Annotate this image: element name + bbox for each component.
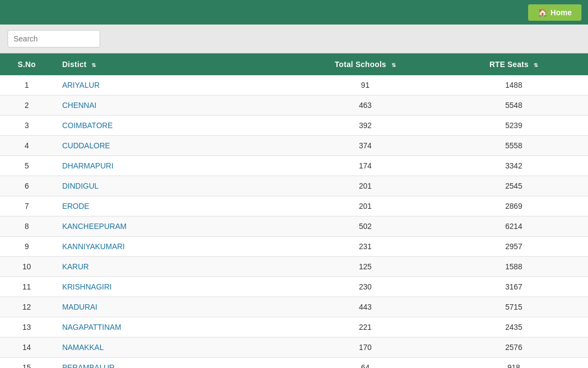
cell-district[interactable]: KARUR xyxy=(53,257,291,277)
cell-sno: 15 xyxy=(0,358,53,369)
table-row: 10KARUR1251588 xyxy=(0,257,588,277)
cell-district[interactable]: CUDDALORE xyxy=(53,136,291,156)
cell-sno: 5 xyxy=(0,156,53,176)
table-row: 8KANCHEEPURAM5026214 xyxy=(0,216,588,237)
cell-total-schools: 91 xyxy=(291,75,440,95)
cell-rte-seats: 2545 xyxy=(439,176,588,196)
cell-rte-seats: 3167 xyxy=(439,277,588,297)
table-container: S.No Distict ⇅ Total Schools ⇅ RTE Seats… xyxy=(0,53,588,368)
col-schools-label: Total Schools xyxy=(335,60,387,69)
cell-sno: 14 xyxy=(0,337,53,358)
cell-district[interactable]: CHENNAI xyxy=(53,95,291,116)
cell-district[interactable]: ERODE xyxy=(53,196,291,216)
cell-sno: 4 xyxy=(0,136,53,156)
table-row: 1ARIYALUR911488 xyxy=(0,75,588,95)
cell-total-schools: 201 xyxy=(291,196,440,216)
home-button[interactable]: 🏠 Home xyxy=(528,4,581,21)
cell-sno: 11 xyxy=(0,277,53,297)
sort-district-icon: ⇅ xyxy=(91,62,96,68)
cell-district[interactable]: DINDIGUL xyxy=(53,176,291,196)
data-table: S.No Distict ⇅ Total Schools ⇅ RTE Seats… xyxy=(0,53,588,368)
table-row: 13NAGAPATTINAM2212435 xyxy=(0,317,588,337)
cell-sno: 6 xyxy=(0,176,53,196)
table-body: 1ARIYALUR9114882CHENNAI46355483COIMBATOR… xyxy=(0,75,588,368)
table-row: 6DINDIGUL2012545 xyxy=(0,176,588,196)
top-nav: 🏠 Home xyxy=(0,0,588,25)
cell-rte-seats: 5715 xyxy=(439,297,588,317)
header-row: S.No Distict ⇅ Total Schools ⇅ RTE Seats… xyxy=(0,53,588,75)
cell-sno: 1 xyxy=(0,75,53,95)
col-schools[interactable]: Total Schools ⇅ xyxy=(291,53,440,75)
cell-total-schools: 231 xyxy=(291,237,440,257)
cell-total-schools: 463 xyxy=(291,95,440,116)
cell-sno: 8 xyxy=(0,216,53,237)
table-row: 14NAMAKKAL1702576 xyxy=(0,337,588,358)
table-row: 3COIMBATORE3925239 xyxy=(0,116,588,136)
cell-total-schools: 174 xyxy=(291,156,440,176)
table-row: 11KRISHNAGIRI2303167 xyxy=(0,277,588,297)
cell-district[interactable]: COIMBATORE xyxy=(53,116,291,136)
cell-rte-seats: 2435 xyxy=(439,317,588,337)
cell-rte-seats: 6214 xyxy=(439,216,588,237)
cell-district[interactable]: NAGAPATTINAM xyxy=(53,317,291,337)
cell-total-schools: 392 xyxy=(291,116,440,136)
col-district[interactable]: Distict ⇅ xyxy=(53,53,291,75)
search-area xyxy=(0,25,588,53)
cell-district[interactable]: MADURAI xyxy=(53,297,291,317)
cell-total-schools: 170 xyxy=(291,337,440,358)
table-row: 5DHARMAPURI1743342 xyxy=(0,156,588,176)
cell-rte-seats: 1588 xyxy=(439,257,588,277)
cell-district[interactable]: KRISHNAGIRI xyxy=(53,277,291,297)
cell-rte-seats: 918 xyxy=(439,358,588,369)
col-district-label: Distict xyxy=(62,60,87,69)
home-icon: 🏠 xyxy=(538,8,547,17)
search-input[interactable] xyxy=(8,30,100,47)
table-row: 4CUDDALORE3745558 xyxy=(0,136,588,156)
home-label: Home xyxy=(550,8,572,17)
cell-rte-seats: 2576 xyxy=(439,337,588,358)
cell-district[interactable]: NAMAKKAL xyxy=(53,337,291,358)
cell-total-schools: 201 xyxy=(291,176,440,196)
cell-rte-seats: 2869 xyxy=(439,196,588,216)
cell-total-schools: 374 xyxy=(291,136,440,156)
cell-sno: 7 xyxy=(0,196,53,216)
cell-rte-seats: 5548 xyxy=(439,95,588,116)
cell-rte-seats: 3342 xyxy=(439,156,588,176)
cell-sno: 10 xyxy=(0,257,53,277)
table-row: 7ERODE2012869 xyxy=(0,196,588,216)
cell-sno: 13 xyxy=(0,317,53,337)
cell-rte-seats: 5239 xyxy=(439,116,588,136)
cell-district[interactable]: PERAMBALUR xyxy=(53,358,291,369)
col-rte[interactable]: RTE Seats ⇅ xyxy=(439,53,588,75)
cell-district[interactable]: KANNIYAKUMARI xyxy=(53,237,291,257)
cell-district[interactable]: ARIYALUR xyxy=(53,75,291,95)
cell-district[interactable]: DHARMAPURI xyxy=(53,156,291,176)
cell-sno: 9 xyxy=(0,237,53,257)
cell-total-schools: 125 xyxy=(291,257,440,277)
cell-total-schools: 502 xyxy=(291,216,440,237)
cell-total-schools: 230 xyxy=(291,277,440,297)
table-row: 15PERAMBALUR64918 xyxy=(0,358,588,369)
sort-rte-icon: ⇅ xyxy=(534,62,538,68)
cell-total-schools: 443 xyxy=(291,297,440,317)
col-rte-label: RTE Seats xyxy=(489,60,529,69)
table-header: S.No Distict ⇅ Total Schools ⇅ RTE Seats… xyxy=(0,53,588,75)
table-row: 2CHENNAI4635548 xyxy=(0,95,588,116)
table-row: 9KANNIYAKUMARI2312957 xyxy=(0,237,588,257)
col-sno: S.No xyxy=(0,53,53,75)
cell-district[interactable]: KANCHEEPURAM xyxy=(53,216,291,237)
cell-rte-seats: 1488 xyxy=(439,75,588,95)
col-sno-label: S.No xyxy=(18,60,36,69)
cell-sno: 3 xyxy=(0,116,53,136)
cell-total-schools: 64 xyxy=(291,358,440,369)
cell-sno: 12 xyxy=(0,297,53,317)
sort-schools-icon: ⇅ xyxy=(391,62,396,68)
cell-sno: 2 xyxy=(0,95,53,116)
cell-rte-seats: 5558 xyxy=(439,136,588,156)
cell-total-schools: 221 xyxy=(291,317,440,337)
cell-rte-seats: 2957 xyxy=(439,237,588,257)
table-row: 12MADURAI4435715 xyxy=(0,297,588,317)
